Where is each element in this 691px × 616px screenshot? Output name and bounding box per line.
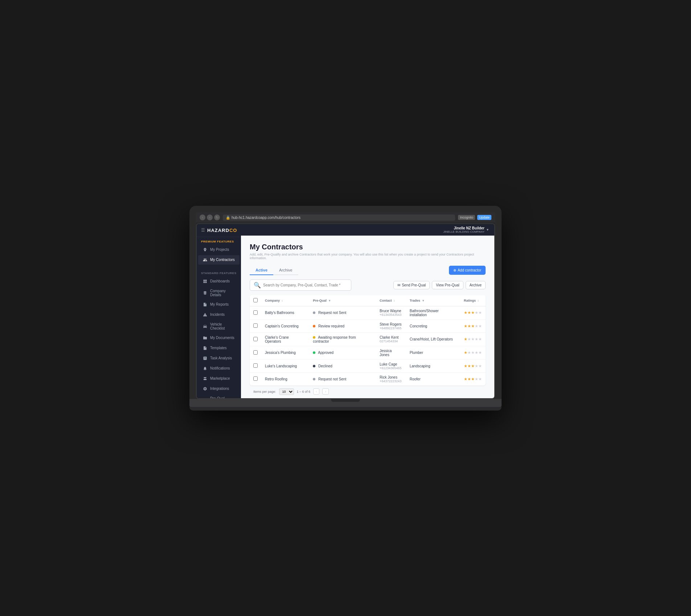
sidebar-item-my-projects[interactable]: My Projects bbox=[198, 245, 240, 254]
page-title: My Contractors bbox=[250, 243, 486, 251]
star-filled: ★ bbox=[471, 324, 475, 328]
row-checkbox-cell[interactable] bbox=[250, 372, 261, 385]
star-empty: ★ bbox=[478, 377, 482, 381]
tabs: Active Archive bbox=[250, 266, 298, 275]
next-page-button[interactable]: › bbox=[322, 388, 328, 395]
user-info[interactable]: Jinelle NZ Builder JINELLE BUILDING COMP… bbox=[443, 226, 484, 233]
search-input[interactable] bbox=[263, 283, 347, 287]
contact-cell: Bruce Wayne +61343543543 bbox=[376, 306, 406, 319]
row-checkbox-cell[interactable] bbox=[250, 319, 261, 333]
trades-header[interactable]: Trades ▼ bbox=[406, 295, 460, 306]
star-filled: ★ bbox=[471, 377, 475, 381]
app-screen: ☰ HAZARDCO PREMIUM FEATURES My Projects bbox=[196, 223, 495, 399]
pre-qual-header[interactable]: Pre-Qual ▼ bbox=[309, 295, 376, 306]
sidebar-item-my-reports[interactable]: My Reports bbox=[198, 300, 240, 309]
contact-cell: Luke Cage +61234365465 bbox=[376, 359, 406, 372]
trades-cell: Landscaping bbox=[406, 359, 460, 372]
search-box[interactable]: 🔍 bbox=[250, 280, 351, 291]
table-row[interactable]: Luke's Landscaping Declined Luke Cage +6… bbox=[250, 359, 486, 372]
sidebar-item-pre-qual-requests[interactable]: Pre-Qual Requests bbox=[198, 394, 240, 398]
status-dot bbox=[313, 325, 315, 327]
contact-name: Rick Jones bbox=[380, 375, 402, 379]
status-dot bbox=[313, 351, 315, 354]
table-row[interactable]: Batty's Bathrooms Request not Sent Bruce… bbox=[250, 306, 486, 319]
contact-header[interactable]: Contact ↕ bbox=[376, 295, 406, 306]
contact-cell: Jessica Jones bbox=[376, 346, 406, 359]
contact-name: Jessica Jones bbox=[380, 349, 402, 357]
sidebar-item-integrations[interactable]: Integrations bbox=[198, 384, 240, 393]
back-button[interactable]: ‹ bbox=[200, 215, 205, 220]
sidebar-item-my-contractors[interactable]: My Contractors bbox=[198, 255, 240, 265]
status-dot bbox=[313, 365, 315, 367]
star-filled: ★ bbox=[464, 310, 467, 315]
company-cell: Captain's Concreting bbox=[261, 319, 309, 333]
contractors-table: Company ↕ Pre-Qual ▼ Contact ↕ Trades ▼ bbox=[250, 295, 486, 385]
sidebar-item-marketplace[interactable]: Marketplace bbox=[198, 374, 240, 383]
contact-cell: Steve Rogers +64892237465 bbox=[376, 319, 406, 333]
car-icon bbox=[203, 324, 208, 329]
send-pre-qual-button[interactable]: ✉ Send Pre-Qual bbox=[393, 281, 430, 289]
update-badge[interactable]: Update bbox=[477, 215, 491, 220]
star-empty: ★ bbox=[467, 350, 471, 355]
view-pre-qual-button[interactable]: View Pre-Qual bbox=[432, 281, 463, 289]
per-page-select[interactable]: 10 25 50 bbox=[279, 388, 294, 395]
star-empty: ★ bbox=[475, 324, 478, 328]
sidebar-item-templates[interactable]: Templates bbox=[198, 343, 240, 353]
file-icon bbox=[203, 346, 208, 351]
trades-cell: Concreting bbox=[406, 319, 460, 333]
archive-button[interactable]: Archive bbox=[466, 281, 486, 289]
company-header[interactable]: Company ↕ bbox=[261, 295, 309, 306]
building-icon bbox=[203, 290, 208, 295]
row-checkbox[interactable] bbox=[253, 376, 258, 381]
prev-page-button[interactable]: ‹ bbox=[313, 388, 319, 395]
contact-name: Luke Cage bbox=[380, 362, 402, 366]
ratings-cell: ★★★★★ bbox=[460, 333, 486, 346]
tab-active[interactable]: Active bbox=[250, 266, 273, 275]
forward-button[interactable]: › bbox=[207, 215, 213, 220]
sidebar-item-my-documents[interactable]: My Documents bbox=[198, 333, 240, 343]
table-row[interactable]: Captain's Concreting Review required Ste… bbox=[250, 319, 486, 333]
add-contractor-button[interactable]: ⊕ Add contractor bbox=[449, 266, 486, 275]
sidebar-item-dashboards[interactable]: Dashboards bbox=[198, 277, 240, 286]
row-checkbox-cell[interactable] bbox=[250, 306, 261, 319]
url-bar[interactable]: 🔒 hub-hc1.hazardcoapp.com/hub/contractor… bbox=[223, 215, 455, 221]
pre-qual-cell: Approved bbox=[309, 346, 376, 359]
row-checkbox[interactable] bbox=[253, 337, 258, 341]
row-checkbox-cell[interactable] bbox=[250, 333, 261, 346]
row-checkbox[interactable] bbox=[253, 323, 258, 328]
sidebar-label-task-analysis: Task Analysis bbox=[210, 356, 232, 360]
company-cell: Clarke's Crane Operators bbox=[261, 333, 309, 346]
ratings-cell: ★★★★★ bbox=[460, 319, 486, 333]
pre-qual-cell: Request not Sent bbox=[309, 306, 376, 319]
select-all-checkbox[interactable] bbox=[253, 298, 258, 302]
table-row[interactable]: Jessica's Plumbing Approved Jessica Jone… bbox=[250, 346, 486, 359]
row-checkbox[interactable] bbox=[253, 350, 258, 355]
row-checkbox[interactable] bbox=[253, 363, 258, 368]
incognito-badge: Incognito bbox=[458, 215, 475, 220]
contact-phone: +61343543543 bbox=[380, 313, 402, 317]
ratings-cell: ★★★★★ bbox=[460, 372, 486, 385]
nav-buttons[interactable]: ‹ › ↻ bbox=[200, 215, 220, 220]
sidebar-label-company-details: Company Details bbox=[210, 289, 235, 297]
select-all-header[interactable] bbox=[250, 295, 261, 306]
ratings-header[interactable]: Ratings ↕ bbox=[460, 295, 486, 306]
star-empty: ★ bbox=[475, 377, 478, 381]
sidebar-item-vehicle-checklist[interactable]: Vehicle Checklist bbox=[198, 320, 240, 333]
star-empty: ★ bbox=[475, 364, 478, 368]
sidebar-label-my-contractors: My Contractors bbox=[210, 258, 235, 262]
hamburger-icon[interactable]: ☰ bbox=[201, 228, 205, 233]
sidebar-item-company-details[interactable]: Company Details bbox=[198, 287, 240, 299]
logo-co: CO bbox=[229, 228, 237, 233]
table-header-row: Company ↕ Pre-Qual ▼ Contact ↕ Trades ▼ bbox=[250, 295, 486, 306]
row-checkbox-cell[interactable] bbox=[250, 346, 261, 359]
tab-archive[interactable]: Archive bbox=[273, 266, 298, 275]
table-row[interactable]: Retro Roofing Request not Sent Rick Jone… bbox=[250, 372, 486, 385]
sidebar-item-notifications[interactable]: Notifications bbox=[198, 364, 240, 373]
sidebar-item-task-analysis[interactable]: Task Analysis bbox=[198, 354, 240, 363]
row-checkbox-cell[interactable] bbox=[250, 359, 261, 372]
refresh-button[interactable]: ↻ bbox=[214, 215, 220, 220]
sidebar-item-incidents[interactable]: Incidents bbox=[198, 310, 240, 319]
row-checkbox[interactable] bbox=[253, 310, 258, 315]
table-row[interactable]: Clarke's Crane Operators Awaiting respon… bbox=[250, 333, 486, 346]
status-dot bbox=[313, 378, 315, 380]
